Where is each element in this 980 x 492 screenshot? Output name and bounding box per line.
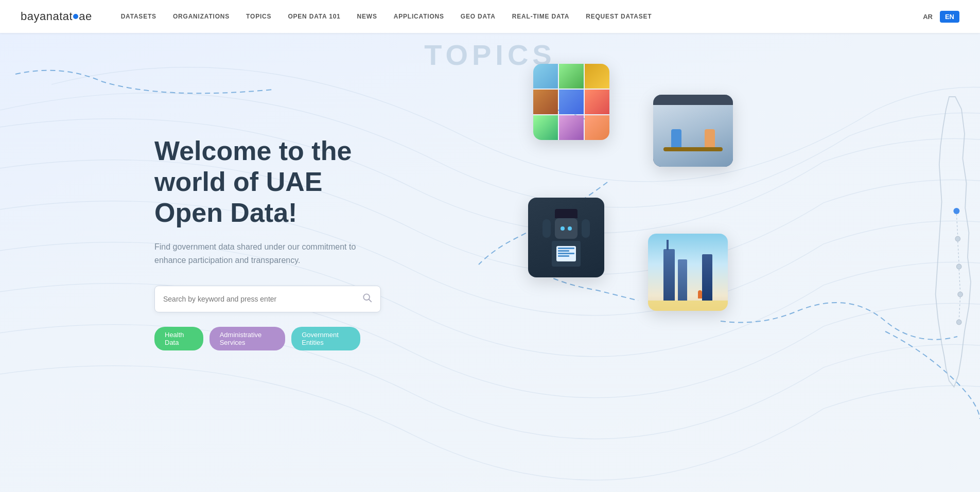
- robot-line-4: [558, 255, 569, 257]
- lang-switcher: AR EN: [918, 11, 959, 23]
- office-person-2: [705, 129, 715, 147]
- nav-applications[interactable]: APPLICATIONS: [386, 13, 452, 20]
- building-2: [678, 259, 687, 301]
- robot-hat: [555, 209, 577, 218]
- svg-point-2: [953, 208, 959, 214]
- grid-cell-2: [559, 64, 584, 89]
- walking-person: [698, 290, 702, 298]
- nav-open-data-101[interactable]: OPEN DATA 101: [279, 13, 348, 20]
- svg-point-5: [958, 292, 963, 297]
- robot-torso: [552, 241, 581, 267]
- search-input[interactable]: [163, 295, 362, 303]
- grid-cell-8: [559, 115, 584, 140]
- logo-text-after: ae: [79, 10, 92, 23]
- tag-health-data[interactable]: Health Data: [154, 327, 203, 350]
- logo-dot: [73, 14, 78, 19]
- hero-section: .wave { fill: none; stroke: #c8d8ea; str…: [0, 33, 980, 492]
- city-card: [648, 234, 728, 311]
- hero-content: Welcome to the world of UAE Open Data! F…: [0, 33, 360, 350]
- lang-ar-button[interactable]: AR: [918, 11, 938, 23]
- nav-organizations[interactable]: ORGANIZATIONS: [165, 13, 238, 20]
- svg-line-7: [956, 214, 957, 236]
- nav-geo-data[interactable]: GEO DATA: [452, 13, 504, 20]
- robot-card: [528, 198, 604, 277]
- robot-screen: [556, 246, 576, 261]
- search-icon: [362, 292, 372, 305]
- svg-line-9: [959, 269, 960, 292]
- grid-cell-3: [585, 64, 609, 89]
- svg-point-6: [956, 320, 961, 325]
- nav-datasets[interactable]: DATASETS: [113, 13, 165, 20]
- office-card: [653, 95, 733, 167]
- office-table: [663, 147, 723, 151]
- hero-subtitle: Find government data shared under our co…: [154, 240, 360, 267]
- grid-cell-6: [585, 90, 609, 114]
- logo-text-before: bayanatat: [21, 10, 73, 23]
- svg-point-4: [956, 264, 961, 269]
- beach-strip: [648, 301, 728, 311]
- nav-links: DATASETS ORGANIZATIONS TOPICS OPEN DATA …: [113, 13, 918, 20]
- nav-topics[interactable]: TOPICS: [238, 13, 279, 20]
- nav-real-time-data[interactable]: REAL-TIME DATA: [504, 13, 577, 20]
- lang-en-button[interactable]: EN: [940, 11, 959, 23]
- uae-map-outline: [918, 84, 980, 393]
- svg-line-10: [959, 297, 960, 320]
- building-3: [702, 254, 712, 301]
- grid-cell-5: [559, 90, 584, 114]
- grid-cell-4: [533, 90, 558, 114]
- robot-line-3: [558, 253, 574, 254]
- photo-grid-card: [533, 64, 609, 140]
- robot-arm-left: [542, 219, 551, 238]
- robot-body: [552, 209, 581, 267]
- city-inner: [648, 234, 728, 311]
- nav-news[interactable]: NEWS: [349, 13, 386, 20]
- office-person-1: [671, 129, 681, 147]
- robot-eye-right: [568, 226, 572, 231]
- nav-request-dataset[interactable]: REQUEST DATASET: [577, 13, 660, 20]
- robot-inner: [528, 198, 604, 277]
- robot-arm-right: [582, 219, 590, 238]
- grid-cell-7: [533, 115, 558, 140]
- grid-cell-1: [533, 64, 558, 89]
- office-ceiling: [653, 95, 733, 105]
- robot-line-2: [558, 250, 569, 252]
- main-nav: bayanatatae DATASETS ORGANIZATIONS TOPIC…: [0, 0, 980, 33]
- robot-screen-lines: [556, 246, 576, 259]
- svg-point-3: [955, 236, 960, 241]
- robot-eye-left: [561, 226, 565, 231]
- svg-line-8: [958, 241, 959, 264]
- svg-line-1: [369, 300, 372, 302]
- search-box: [154, 286, 381, 312]
- people-walk: [698, 290, 702, 301]
- hero-title: Welcome to the world of UAE Open Data!: [154, 136, 360, 228]
- office-inner: [653, 95, 733, 167]
- building-spire: [667, 240, 669, 250]
- tag-administrative-services[interactable]: Administrative Services: [209, 327, 286, 350]
- tag-row: Health Data Administrative Services Gove…: [154, 327, 360, 350]
- logo[interactable]: bayanatatae: [21, 10, 92, 23]
- building-1: [663, 249, 675, 301]
- robot-head: [555, 218, 577, 239]
- tag-government-entities[interactable]: Government Entities: [291, 327, 360, 350]
- grid-cell-9: [585, 115, 609, 140]
- robot-line-1: [558, 248, 574, 249]
